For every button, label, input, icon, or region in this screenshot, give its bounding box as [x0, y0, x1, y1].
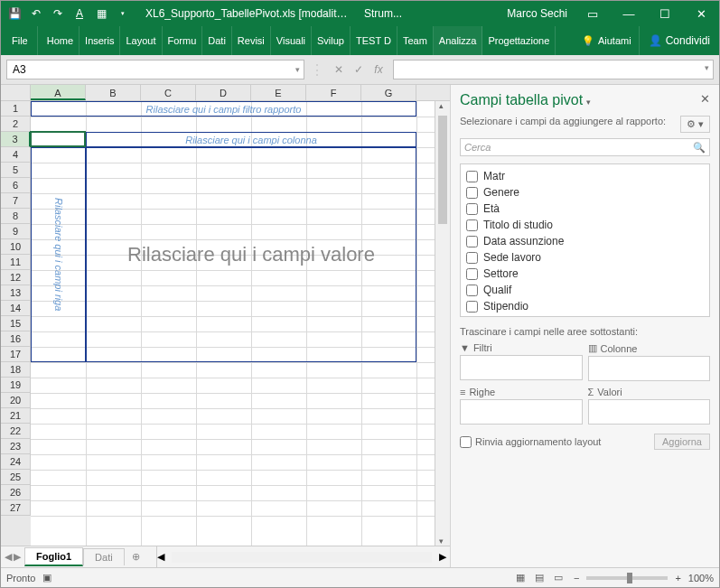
maximize-icon[interactable]: ☐: [647, 1, 683, 26]
close-icon[interactable]: ✕: [683, 1, 719, 26]
row-header-11[interactable]: 11: [1, 255, 31, 270]
row-header-3[interactable]: 3: [1, 132, 31, 147]
cell-grid[interactable]: Rilasciare qui i campi filtro rapporto R…: [31, 101, 435, 546]
row-header-26[interactable]: 26: [1, 485, 31, 500]
field-item[interactable]: Data assunzione: [464, 233, 706, 249]
field-checkbox[interactable]: [466, 219, 478, 231]
row-header-18[interactable]: 18: [1, 362, 31, 378]
dropzone-filters[interactable]: ▼Filtri: [460, 342, 583, 381]
user-name[interactable]: Marco Sechi: [500, 7, 575, 20]
cancel-icon[interactable]: ✕: [330, 63, 348, 76]
zoom-in-icon[interactable]: +: [675, 573, 680, 583]
row-header-20[interactable]: 20: [1, 393, 31, 408]
field-item[interactable]: Sede lavoro: [464, 249, 706, 266]
tab-team[interactable]: Team: [397, 26, 434, 55]
row-header-10[interactable]: 10: [1, 239, 31, 255]
macro-record-icon[interactable]: ▣: [42, 572, 51, 583]
tab-developer[interactable]: Svilup: [312, 26, 351, 55]
col-header-F[interactable]: F: [306, 85, 361, 100]
tab-formulas[interactable]: Formu: [163, 26, 203, 55]
pivot-rows-drop[interactable]: Rilasciare qui i campi riga: [31, 147, 86, 362]
ribbon-options-icon[interactable]: ▭: [575, 1, 611, 26]
row-header-12[interactable]: 12: [1, 270, 31, 285]
col-header-D[interactable]: D: [196, 85, 251, 100]
vertical-scrollbar[interactable]: [435, 101, 450, 546]
qat-more-icon[interactable]: ▦: [93, 5, 109, 22]
field-item[interactable]: Matr: [464, 168, 706, 184]
sheet-tab-foglio1[interactable]: Foglio1: [24, 547, 83, 566]
view-pagebreak-icon[interactable]: ▭: [550, 572, 566, 583]
field-checkbox[interactable]: [466, 252, 478, 264]
enter-icon[interactable]: ✓: [350, 63, 368, 76]
row-header-4[interactable]: 4: [1, 147, 31, 163]
contextual-tab-label[interactable]: Strum...: [360, 7, 406, 20]
share-button[interactable]: 👤Condividi: [639, 26, 719, 55]
tab-design[interactable]: Progettazione: [482, 26, 556, 55]
tab-home[interactable]: Home: [42, 26, 79, 55]
row-header-2[interactable]: 2: [1, 117, 31, 132]
row-header-22[interactable]: 22: [1, 424, 31, 439]
dropzone-values[interactable]: ΣValori: [588, 387, 711, 425]
qat-dropdown-icon[interactable]: ▾: [115, 5, 131, 22]
field-item[interactable]: Settore: [464, 266, 706, 282]
tab-insert[interactable]: Inseris: [79, 26, 120, 55]
zoom-out-icon[interactable]: −: [574, 573, 579, 583]
view-pagelayout-icon[interactable]: ▤: [531, 572, 547, 583]
row-header-13[interactable]: 13: [1, 285, 31, 301]
pane-close-icon[interactable]: ✕: [700, 92, 710, 106]
tell-me[interactable]: 💡Aiutami: [575, 26, 639, 55]
col-header-C[interactable]: C: [141, 85, 196, 100]
defer-update-checkbox[interactable]: Rinvia aggiornamento layout: [460, 436, 601, 448]
horizontal-scrollbar[interactable]: ◀▶: [156, 546, 450, 567]
name-box[interactable]: A3: [6, 60, 304, 79]
pane-layout-gear[interactable]: ⚙ ▾: [680, 116, 710, 133]
dropzone-rows[interactable]: ≡Righe: [460, 387, 583, 425]
row-header-16[interactable]: 16: [1, 331, 31, 347]
row-header-1[interactable]: 1: [1, 101, 31, 117]
row-header-7[interactable]: 7: [1, 193, 31, 209]
tab-review[interactable]: Revisi: [232, 26, 271, 55]
fx-icon[interactable]: fx: [369, 63, 388, 76]
row-header-8[interactable]: 8: [1, 209, 31, 224]
tab-analyze[interactable]: Analizza: [434, 26, 483, 55]
row-header-23[interactable]: 23: [1, 439, 31, 454]
col-header-E[interactable]: E: [251, 85, 306, 100]
field-checkbox[interactable]: [466, 171, 478, 182]
col-header-B[interactable]: B: [86, 85, 141, 100]
pivot-columns-drop[interactable]: Rilasciare qui i campi colonna: [86, 132, 416, 147]
field-list[interactable]: MatrGenereEtàTitolo di studioData assunz…: [460, 163, 710, 317]
field-checkbox[interactable]: [466, 301, 478, 313]
row-header-5[interactable]: 5: [1, 163, 31, 178]
row-header-15[interactable]: 15: [1, 316, 31, 331]
tab-test[interactable]: TEST D: [351, 26, 397, 55]
field-item[interactable]: Genere: [464, 184, 706, 201]
formula-input[interactable]: [393, 60, 714, 79]
sheet-nav-next-icon[interactable]: ▶: [14, 551, 21, 563]
row-header-14[interactable]: 14: [1, 301, 31, 316]
zoom-slider[interactable]: [586, 576, 668, 580]
undo-icon[interactable]: ↶: [28, 5, 44, 22]
dropzone-columns[interactable]: ▥Colonne: [588, 342, 711, 381]
add-sheet-icon[interactable]: ⊕: [125, 551, 147, 563]
tab-layout[interactable]: Layout: [120, 26, 162, 55]
field-item[interactable]: Stipendio: [464, 298, 706, 314]
col-header-G[interactable]: G: [361, 85, 416, 100]
view-normal-icon[interactable]: ▦: [512, 572, 528, 583]
tab-file[interactable]: File: [3, 26, 38, 55]
update-button[interactable]: Aggiorna: [654, 434, 710, 450]
row-header-21[interactable]: 21: [1, 408, 31, 424]
row-header-24[interactable]: 24: [1, 454, 31, 470]
row-header-9[interactable]: 9: [1, 224, 31, 239]
select-all-corner[interactable]: [1, 85, 31, 100]
field-search-input[interactable]: Cerca 🔍: [460, 138, 710, 156]
col-header-A[interactable]: A: [31, 85, 86, 100]
field-item[interactable]: Qualif: [464, 282, 706, 298]
field-checkbox[interactable]: [466, 268, 478, 280]
pivot-values-drop[interactable]: Rilasciare qui i campi valore: [86, 147, 416, 362]
tab-data[interactable]: Dati: [202, 26, 232, 55]
redo-icon[interactable]: ↷: [50, 5, 66, 22]
field-item[interactable]: Titolo di studio: [464, 217, 706, 233]
pivot-filter-drop[interactable]: Rilasciare qui i campi filtro rapporto: [31, 101, 416, 117]
sheet-tab-dati[interactable]: Dati: [83, 548, 125, 565]
row-header-27[interactable]: 27: [1, 500, 31, 516]
